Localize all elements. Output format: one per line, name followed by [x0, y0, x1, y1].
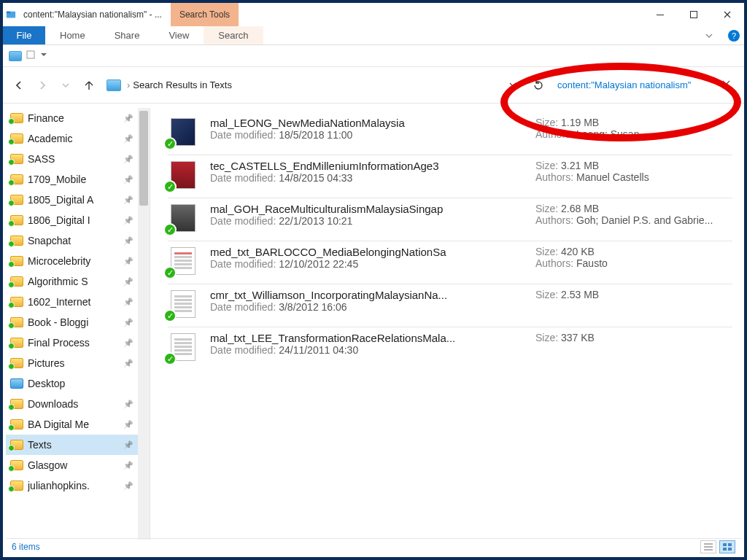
result-row[interactable]: ✓tec_CASTELLS_EndMilleniumInformationAge…	[168, 155, 732, 198]
help-button[interactable]: ?	[724, 26, 744, 44]
sync-ok-icon: ✓	[163, 137, 177, 150]
content-view-button[interactable]	[719, 540, 735, 553]
up-button[interactable]	[80, 77, 98, 94]
pin-icon: 📌	[123, 318, 133, 327]
folder-icon	[10, 399, 23, 409]
sidebar-item[interactable]: Microcelebrity📌	[6, 251, 138, 271]
sync-ok-icon: ✓	[163, 352, 177, 365]
sidebar-item-label: Book - Bloggi	[28, 316, 119, 328]
clear-search-icon[interactable]	[722, 79, 732, 90]
search-box[interactable]: content:"Malaysian nationalism"	[553, 74, 737, 96]
result-row[interactable]: ✓mal_txt_LEE_TransformationRaceRelations…	[168, 327, 732, 370]
file-authors: Authors: Manuel Castells	[535, 171, 732, 183]
qat-dropdown-icon[interactable]	[39, 50, 48, 61]
sidebar-item[interactable]: SASS📌	[6, 149, 138, 169]
address-bar[interactable]: › Search Results in Texts	[104, 74, 524, 96]
breadcrumb-current[interactable]: Search Results in Texts	[133, 79, 232, 90]
result-row[interactable]: ✓mal_LEONG_NewMediaNationMalaysiaDate mo…	[168, 112, 732, 155]
folder-icon	[10, 460, 23, 470]
folder-icon	[10, 358, 23, 368]
sidebar-item[interactable]: Downloads📌	[6, 394, 138, 414]
home-tab[interactable]: Home	[45, 26, 100, 44]
sidebar-item[interactable]: Desktop	[6, 373, 138, 394]
minimize-button[interactable]	[643, 3, 677, 26]
ribbon-collapse-icon[interactable]	[694, 26, 724, 44]
details-view-button[interactable]	[700, 540, 716, 553]
share-tab[interactable]: Share	[100, 26, 155, 44]
file-name: mal_GOH_RaceMulticulturalismMalaysiaSing…	[210, 203, 524, 215]
folder-icon	[10, 236, 23, 246]
back-button[interactable]	[10, 77, 28, 94]
sync-ok-icon: ✓	[163, 309, 177, 322]
maximize-button[interactable]	[677, 3, 711, 26]
date-modified: Date modified: 22/1/2013 10:21	[210, 215, 524, 227]
file-name: tec_CASTELLS_EndMilleniumInformationAge3	[210, 160, 524, 172]
date-modified: Date modified: 12/10/2012 22:45	[210, 258, 524, 270]
quick-access-toolbar	[3, 45, 744, 67]
sidebar-item-label: Finance	[28, 112, 119, 124]
folder-icon	[10, 174, 23, 184]
search-tab[interactable]: Search	[204, 26, 263, 44]
sidebar-item[interactable]: Academic📌	[6, 128, 138, 149]
result-row[interactable]: ✓cmr_txt_Williamson_IncorporatingMalaysi…	[168, 284, 732, 327]
sidebar-item[interactable]: Snapchat📌	[6, 230, 138, 251]
qat-item-icon[interactable]	[26, 50, 35, 61]
close-button[interactable]	[711, 3, 744, 26]
folder-icon	[10, 154, 23, 164]
sidebar-item[interactable]: Algorithmic S📌	[6, 271, 138, 292]
sidebar-item[interactable]: Pictures📌	[6, 353, 138, 373]
title-bar: content:"Malaysian nationalism" - ... Se…	[3, 3, 744, 26]
forward-button[interactable]	[34, 77, 51, 94]
sidebar-item[interactable]: BA Digital Me📌	[6, 414, 138, 435]
sidebar-item-label: BA Digital Me	[28, 419, 119, 430]
sidebar-item[interactable]: Finance📌	[6, 108, 138, 128]
svg-rect-1	[7, 12, 10, 14]
content-area: Finance📌Academic📌SASS📌1709_Mobile📌1805_D…	[6, 108, 741, 540]
date-modified: Date modified: 24/11/2011 04:30	[210, 344, 524, 356]
sidebar-item[interactable]: Final Process📌	[6, 332, 138, 353]
file-thumbnail: ✓	[168, 289, 198, 319]
pin-icon: 📌	[123, 277, 133, 287]
pin-icon: 📌	[123, 420, 133, 429]
sidebar-item[interactable]: julianhopkins.📌	[6, 475, 138, 496]
svg-rect-2	[657, 15, 664, 15]
file-size: Size: 2.53 MB	[535, 289, 732, 300]
view-tab[interactable]: View	[154, 26, 204, 44]
item-count: 6 items	[12, 542, 40, 552]
file-tab[interactable]: File	[3, 26, 45, 44]
file-thumbnail: ✓	[168, 160, 198, 190]
sidebar-item[interactable]: 1805_Digital A📌	[6, 190, 138, 210]
address-dropdown-icon[interactable]	[505, 79, 521, 90]
file-name: mal_txt_LEE_TransformationRaceRelationsM…	[210, 332, 524, 344]
svg-rect-8	[728, 548, 732, 551]
pin-icon: 📌	[123, 359, 133, 368]
sidebar-item[interactable]: 1602_Internet📌	[6, 292, 138, 312]
result-row[interactable]: ✓mal_GOH_RaceMulticulturalismMalaysiaSin…	[168, 198, 732, 241]
file-name: med_txt_BARLOCCO_MediaBelongingNationSa	[210, 246, 524, 258]
file-name: mal_LEONG_NewMediaNationMalaysia	[210, 117, 524, 129]
sidebar-item[interactable]: Book - Bloggi📌	[6, 312, 138, 332]
sidebar-item[interactable]: Glasgow📌	[6, 455, 138, 475]
navigation-pane: Finance📌Academic📌SASS📌1709_Mobile📌1805_D…	[6, 108, 150, 540]
sidebar-item-label: SASS	[28, 153, 119, 165]
sidebar-item-label: 1709_Mobile	[28, 174, 119, 185]
sidebar-item[interactable]: 1709_Mobile📌	[6, 169, 138, 190]
result-row[interactable]: ✓med_txt_BARLOCCO_MediaBelongingNationSa…	[168, 241, 732, 284]
sidebar-scrollbar-thumb[interactable]	[139, 111, 148, 206]
sidebar-item-label: julianhopkins.	[28, 480, 119, 491]
new-folder-icon[interactable]	[9, 51, 22, 61]
folder-icon	[10, 113, 23, 123]
sidebar-item-label: Final Process	[28, 337, 119, 349]
sidebar-item-label: Microcelebrity	[28, 255, 119, 267]
location-folder-icon	[107, 79, 121, 91]
sidebar-item-label: Snapchat	[28, 235, 119, 246]
recent-locations-dropdown[interactable]	[57, 77, 74, 94]
refresh-button[interactable]	[530, 77, 547, 94]
sidebar-item[interactable]: Texts📌	[6, 435, 138, 455]
svg-rect-6	[728, 543, 732, 546]
folder-icon	[10, 276, 23, 287]
search-query-text[interactable]: content:"Malaysian nationalism"	[557, 79, 722, 90]
search-tools-tab-header[interactable]: Search Tools	[171, 3, 239, 26]
sidebar-item[interactable]: 1806_Digital I📌	[6, 210, 138, 230]
pin-icon: 📌	[123, 338, 133, 348]
